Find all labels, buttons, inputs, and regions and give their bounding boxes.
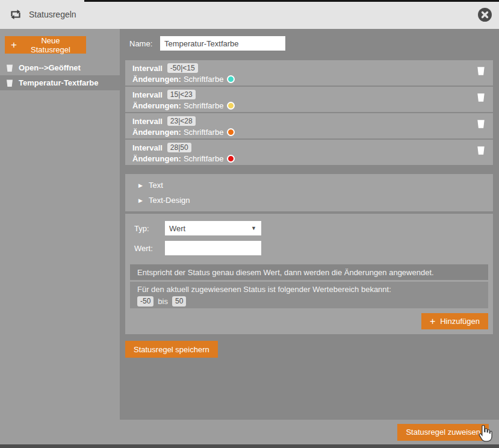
sidebar-item-open-geoeffnet[interactable]: Open-->Geöffnet [0,60,120,75]
typ-label: Typ: [134,224,165,233]
interval-value-badge: 28|50 [167,143,191,152]
interval-label: Intervall [132,143,163,152]
interval-value-badge: 23|<28 [167,116,196,126]
section-label: Text-Design [149,196,190,205]
save-statusrule-label: Statusregel speichern [134,345,209,354]
typ-select[interactable]: Wert ▼ [165,221,261,235]
changes-value: Schriftfarbe [184,128,223,137]
caret-down-icon: ▼ [251,225,256,231]
changes-line: Änderungen: Schriftfarbe [132,74,469,84]
interval-line: Intervall 15|<23 [132,90,469,99]
changes-label: Änderungen: [132,75,181,84]
window-top-edge [84,0,499,2]
trash-icon[interactable] [6,64,13,72]
interval-line: Intervall 23|<28 [132,116,469,126]
info-text: Für den aktuell zugewiesenen Status ist … [137,285,481,294]
section-label: Text [149,181,163,190]
changes-line: Änderungen: Schriftfarbe [132,127,469,137]
range-line: -50 bis 50 [137,296,481,306]
changes-value: Schriftfarbe [184,75,223,84]
changes-line: Änderungen: Schriftfarbe [132,154,469,163]
condition-form-panel: Typ: Wert ▼ Wert: Entspricht der Status … [125,214,493,334]
sidebar-item-temperatur-textfarbe[interactable]: Temperatur-Textfarbe [0,75,120,90]
interval-value-badge: 15|<23 [167,90,196,99]
plus-icon: + [430,317,435,326]
interval-label: Intervall [132,117,163,126]
interval-rule-row: Intervall 23|<28 Änderungen: Schriftfarb… [125,113,493,138]
range-max-badge: 50 [172,296,186,306]
interval-rule-row: Intervall 15|<23 Änderungen: Schriftfarb… [125,87,493,112]
repeat-icon [10,9,22,20]
sidebar-item-label: Open-->Geöffnet [19,63,81,72]
interval-rule-row: Intervall 28|50 Änderungen: Schriftfarbe [125,140,493,165]
assign-statusrule-label: Statusregel zuweisen [406,428,480,437]
main-content: Name: Intervall -50|<15 Änderungen: Schr… [120,29,499,420]
fontcolor-dot [227,75,235,83]
delete-interval-button[interactable] [477,119,485,131]
dialog-body: + Neue Statusregel Open-->Geöffnet Tempe… [0,29,499,420]
typ-row: Typ: Wert ▼ [134,221,488,235]
sidebar: + Neue Statusregel Open-->Geöffnet Tempe… [0,29,120,420]
add-interval-button[interactable]: + Hinzufügen [421,313,488,329]
name-row: Name: [129,36,493,51]
delete-interval-button[interactable] [477,66,485,78]
name-input[interactable] [160,36,285,51]
range-separator: bis [158,297,168,306]
interval-label: Intervall [132,90,163,99]
wert-label: Wert: [134,244,165,253]
interval-line: Intervall 28|50 [132,143,469,152]
section-text-design[interactable]: ▶ Text-Design [125,193,493,208]
wert-input[interactable] [165,241,261,255]
typ-selected-value: Wert [169,224,185,233]
collapsible-sections: ▶ Text ▶ Text-Design [125,174,493,211]
statusregeln-dialog: Statusregeln + Neue Statusregel [0,0,499,448]
caret-right-icon: ▶ [138,182,143,188]
changes-value: Schriftfarbe [184,101,223,110]
interval-rules-list: Intervall -50|<15 Änderungen: Schriftfar… [125,60,493,165]
name-label: Name: [129,39,160,48]
sidebar-item-label: Temperatur-Textfarbe [19,78,98,87]
titlebar: Statusregeln [0,0,499,29]
info-text: Entspricht der Status genau diesem Wert,… [137,268,434,277]
add-interval-label: Hinzufügen [440,317,480,326]
fontcolor-dot [227,155,235,163]
delete-interval-button[interactable] [477,93,485,104]
changes-label: Änderungen: [132,154,181,163]
interval-value-badge: -50|<15 [167,63,198,73]
range-min-badge: -50 [137,296,153,306]
section-text[interactable]: ▶ Text [125,178,493,193]
trash-icon[interactable] [6,79,13,87]
info-bar-exact-value: Entspricht der Status genau diesem Wert,… [130,264,488,280]
changes-line: Änderungen: Schriftfarbe [132,101,469,110]
window-bottom-edge [0,444,499,448]
fontcolor-dot [227,102,235,110]
changes-value: Schriftfarbe [184,154,223,163]
statusrule-list: Open-->Geöffnet Temperatur-Textfarbe [0,60,120,90]
info-bar-value-range: Für den aktuell zugewiesenen Status ist … [130,282,488,308]
changes-label: Änderungen: [132,128,181,137]
dialog-footer: Statusregel zuweisen [0,420,499,444]
add-button-row: + Hinzufügen [130,313,488,329]
assign-statusrule-button[interactable]: Statusregel zuweisen [397,424,489,441]
new-statusrule-button[interactable]: + Neue Statusregel [5,36,86,54]
interval-label: Intervall [132,64,163,73]
delete-interval-button[interactable] [477,146,485,157]
dialog-title: Statusregeln [29,10,76,19]
interval-rule-row: Intervall -50|<15 Änderungen: Schriftfar… [125,60,493,86]
wert-row: Wert: [134,241,488,255]
fontcolor-dot [227,128,235,136]
new-statusrule-label: Neue Statusregel [21,36,80,54]
save-statusrule-button[interactable]: Statusregel speichern [125,341,218,358]
interval-line: Intervall -50|<15 [132,63,469,73]
plus-icon: + [11,40,17,50]
changes-label: Änderungen: [132,101,181,110]
close-icon[interactable] [478,8,492,22]
caret-right-icon: ▶ [138,198,143,204]
